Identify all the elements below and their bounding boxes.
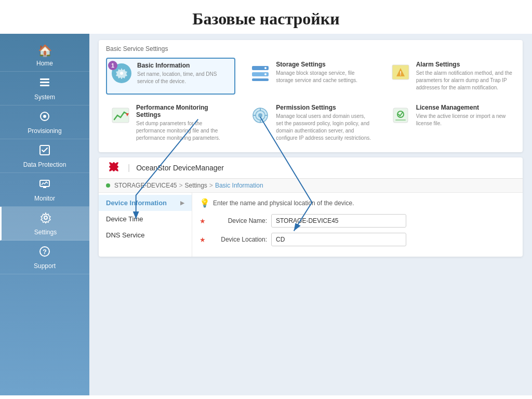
sidebar-label-data-protection: Data Protection <box>23 161 66 168</box>
bss-item-performance[interactable]: Performance Monitoring Settings Set dump… <box>106 101 235 145</box>
provisioning-icon <box>39 111 50 125</box>
license-icon <box>389 104 412 127</box>
dm-nav-device-time[interactable]: Device Time <box>99 211 192 227</box>
sidebar-item-support[interactable]: ? Support <box>0 241 89 274</box>
bss-item-license-text: License Management View the active licen… <box>416 104 512 127</box>
device-name-label: Device Name: <box>210 217 267 224</box>
svg-rect-0 <box>40 78 49 80</box>
sidebar-item-settings[interactable]: Settings <box>0 207 89 241</box>
bss-item-alarm-text: Alarm Settings Set the alarm notificatio… <box>416 61 512 91</box>
sidebar: 🏠 Home System Provisioning Data Protecti… <box>0 34 89 395</box>
bss-panel-title: Basic Service Settings <box>106 45 515 52</box>
svg-rect-20 <box>112 108 129 123</box>
dm-content: Device Information ▶ Device Time DNS Ser… <box>99 193 523 257</box>
basic-info-icon: 1 <box>110 62 133 85</box>
oceanstor-header: | OceanStor DeviceManager <box>99 157 523 179</box>
huawei-logo <box>106 162 122 174</box>
sidebar-item-monitor[interactable]: Monitor <box>0 173 89 207</box>
page-title: Базовые настройки <box>0 0 532 34</box>
form-row-device-location: ★ Device Location: <box>200 233 515 246</box>
monitor-icon <box>39 178 50 193</box>
performance-icon <box>109 104 132 127</box>
device-location-input[interactable] <box>271 233 406 246</box>
sidebar-item-system[interactable]: System <box>0 72 89 105</box>
lightbulb-icon: 💡 <box>200 198 210 208</box>
required-star-location: ★ <box>200 236 206 244</box>
bss-item-storage[interactable]: Storage Settings Manage block storage se… <box>246 58 375 95</box>
svg-rect-31 <box>395 119 406 121</box>
sidebar-label-home: Home <box>36 60 53 67</box>
svg-point-8 <box>44 216 47 219</box>
svg-rect-14 <box>252 78 269 81</box>
dm-nav-device-info[interactable]: Device Information ▶ <box>99 195 192 211</box>
svg-rect-1 <box>40 82 49 83</box>
svg-point-16 <box>264 73 267 75</box>
form-row-device-name: ★ Device Name: <box>200 214 515 228</box>
app-name: OceanStor DeviceManager <box>136 164 224 172</box>
svg-text:!: ! <box>400 70 402 76</box>
device-location-label: Device Location: <box>210 236 267 243</box>
breadcrumb-bar: STORAGE-DEVICE45 > Settings > Basic Info… <box>99 179 523 193</box>
main-layout: 🏠 Home System Provisioning Data Protecti… <box>0 34 532 395</box>
required-star-name: ★ <box>200 217 206 225</box>
sidebar-item-home[interactable]: 🏠 Home <box>0 39 89 72</box>
oceanstor-panel: | OceanStor DeviceManager STORAGE-DEVICE… <box>99 157 523 257</box>
status-dot <box>106 183 110 188</box>
svg-rect-2 <box>40 85 49 86</box>
sidebar-label-system: System <box>34 94 55 101</box>
breadcrumb-sep1: > <box>179 182 182 189</box>
support-icon: ? <box>39 246 50 260</box>
svg-point-4 <box>43 115 46 118</box>
home-icon: 🏠 <box>38 44 52 58</box>
bss-item-basic-info-text: Basic Information Set name, location, ti… <box>137 62 231 85</box>
svg-point-15 <box>264 67 267 69</box>
bss-item-basic-info[interactable]: 1 Basic Information Set name, location, … <box>106 58 235 95</box>
bss-item-alarm[interactable]: ! Alarm Settings Set the alarm notificat… <box>386 58 515 95</box>
sidebar-label-support: Support <box>34 262 56 270</box>
bss-item-storage-text: Storage Settings Manage block storage se… <box>276 61 372 84</box>
sidebar-label-provisioning: Provisioning <box>28 127 61 135</box>
bss-item-permission[interactable]: Permission Settings Manage local users a… <box>246 101 375 145</box>
dm-left-nav: Device Information ▶ Device Time DNS Ser… <box>99 193 192 257</box>
system-icon <box>39 77 50 91</box>
content-area: Basic Service Settings 1 Basic Informati… <box>89 34 532 395</box>
svg-text:?: ? <box>43 248 47 256</box>
dm-nav-dns[interactable]: DNS Service <box>99 227 192 243</box>
data-protection-icon <box>39 144 50 159</box>
sidebar-label-settings: Settings <box>34 229 57 236</box>
sidebar-item-provisioning[interactable]: Provisioning <box>0 105 89 139</box>
permission-icon <box>249 104 272 127</box>
storage-icon <box>249 61 272 84</box>
breadcrumb-sep2: > <box>209 182 213 189</box>
header-divider: | <box>128 163 130 172</box>
device-name-input[interactable] <box>271 214 406 228</box>
bss-item-performance-text: Performance Monitoring Settings Set dump… <box>136 104 232 142</box>
breadcrumb-settings: Settings <box>185 182 207 189</box>
bss-panel: Basic Service Settings 1 Basic Informati… <box>99 40 523 152</box>
dm-hint: 💡 Enter the name and physical location o… <box>200 198 515 208</box>
alarm-icon: ! <box>389 61 412 84</box>
bss-grid: 1 Basic Information Set name, location, … <box>106 58 515 145</box>
settings-icon <box>40 212 51 227</box>
breadcrumb-device: STORAGE-DEVICE45 <box>114 182 177 189</box>
nav-arrow-device-info: ▶ <box>180 200 184 206</box>
sidebar-label-monitor: Monitor <box>34 195 55 202</box>
bss-item-permission-text: Permission Settings Manage local users a… <box>276 104 372 142</box>
breadcrumb-active: Basic Information <box>215 182 263 189</box>
bss-item-license[interactable]: License Management View the active licen… <box>386 101 515 145</box>
svg-point-24 <box>258 113 262 117</box>
dm-right-content: 💡 Enter the name and physical location o… <box>192 193 523 257</box>
sidebar-item-data-protection[interactable]: Data Protection <box>0 139 89 173</box>
